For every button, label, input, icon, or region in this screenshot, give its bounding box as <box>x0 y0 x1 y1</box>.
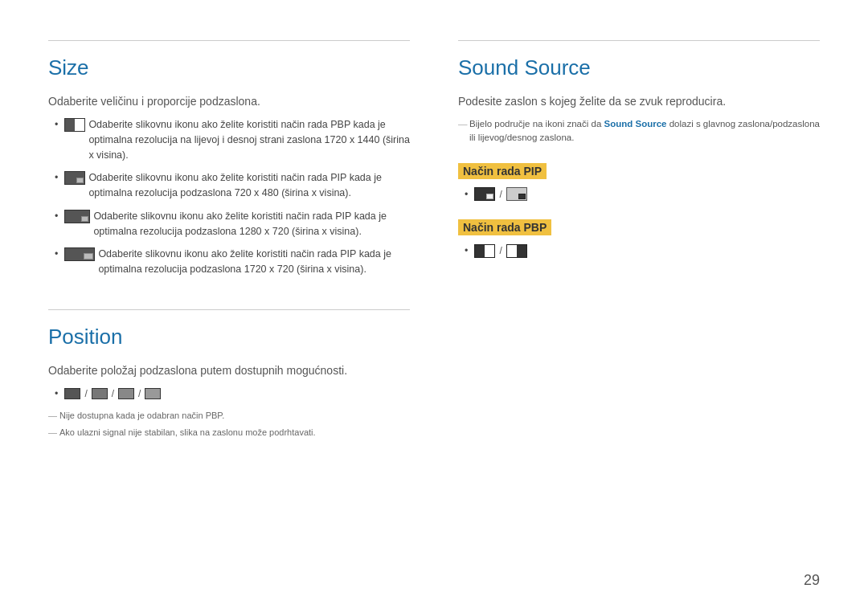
size-bullet-1: Odaberite slikovnu ikonu ako želite kori… <box>55 117 410 162</box>
pbp-right-half <box>517 245 526 257</box>
size-bullet-text-4: Odaberite slikovnu ikonu ako želite kori… <box>98 247 410 277</box>
slash-1: / <box>84 386 87 401</box>
pip-mode-bullet: / <box>465 187 820 202</box>
pip-medium-icon <box>64 210 90 223</box>
page-number: 29 <box>804 572 820 589</box>
size-icon-group-1 <box>64 117 85 133</box>
size-bullet-3: Odaberite slikovnu ikonu ako želite kori… <box>55 209 410 239</box>
pbp-subsection-title: Način rada PBP <box>458 219 551 235</box>
size-bullet-text-1: Odaberite slikovnu ikonu ako želite kori… <box>88 117 410 162</box>
position-bullet-1: / / / <box>55 386 410 402</box>
pip-mode-icons: / <box>474 187 526 202</box>
sound-source-note: Bijelo područje na ikoni znači da Sound … <box>458 117 820 145</box>
size-bullet-text-2: Odaberite slikovnu ikonu ako želite kori… <box>88 170 410 201</box>
size-icon-group-2 <box>64 170 85 186</box>
sound-source-divider <box>458 40 820 41</box>
pip-subsection-title: Način rada PIP <box>458 163 547 179</box>
left-column: Size Odaberite veličinu i proporcije pod… <box>48 32 410 439</box>
size-bullet-4: Odaberite slikovnu ikonu ako želite kori… <box>55 247 410 277</box>
size-icon-group-4 <box>64 247 95 262</box>
pip-mode-list: / <box>458 187 820 202</box>
position-section: Position Odaberite položaj podzaslona pu… <box>48 309 410 439</box>
pbp-mode-list: / <box>458 243 820 259</box>
position-note-2: Ako ulazni signal nije stabilan, slika n… <box>48 427 410 439</box>
position-bullet-list: / / / <box>48 386 410 402</box>
pbp-mode-icons: / <box>474 243 526 258</box>
size-bullet-list: Odaberite slikovnu ikonu ako želite kori… <box>48 117 410 277</box>
pbp-mode-icon-1 <box>474 244 495 258</box>
pbp-mode-bullet: / <box>465 243 820 259</box>
position-title: Position <box>48 325 410 349</box>
slash-3: / <box>138 386 141 401</box>
pbp-full-icon <box>64 118 85 132</box>
page-container: Size Odaberite veličinu i proporcije pod… <box>0 0 868 471</box>
position-divider <box>48 309 410 310</box>
pos-icon-2 <box>92 388 108 399</box>
pip-mode-icon-1 <box>474 187 495 201</box>
pbp-mode-icon-2 <box>506 244 527 258</box>
size-bullet-text-3: Odaberite slikovnu ikonu ako želite kori… <box>93 209 410 239</box>
pos-icon-4 <box>145 388 161 399</box>
size-intro: Odaberite veličinu i proporcije podzaslo… <box>48 95 410 108</box>
pos-icon-1 <box>64 388 80 399</box>
slash-2: / <box>112 386 114 401</box>
size-bullet-2: Odaberite slikovnu ikonu ako želite kori… <box>55 170 410 201</box>
position-icons: / / / <box>64 386 161 401</box>
sound-source-title: Sound Source <box>458 55 820 80</box>
pip-large-icon <box>64 247 95 261</box>
size-title: Size <box>48 55 410 80</box>
size-icon-group-3 <box>64 209 90 224</box>
position-intro: Odaberite položaj podzaslona putem dostu… <box>48 364 410 377</box>
right-column: Sound Source Podesite zaslon s kojeg žel… <box>458 32 820 439</box>
pbp-subsection: Način rada PBP / <box>458 219 820 259</box>
pos-icon-3 <box>118 388 134 399</box>
pip-small-icon <box>64 171 85 185</box>
pbp-slash: / <box>499 243 502 258</box>
position-note-1: Nije dostupna kada je odabran način PBP. <box>48 410 410 422</box>
pip-subsection: Način rada PIP / <box>458 163 820 202</box>
sound-source-intro: Podesite zaslon s kojeg želite da se zvu… <box>458 95 820 108</box>
pip-mode-icon-2 <box>506 187 527 201</box>
pip-slash: / <box>499 187 502 202</box>
sound-source-highlight: Sound Source <box>604 119 667 129</box>
size-divider <box>48 40 410 41</box>
